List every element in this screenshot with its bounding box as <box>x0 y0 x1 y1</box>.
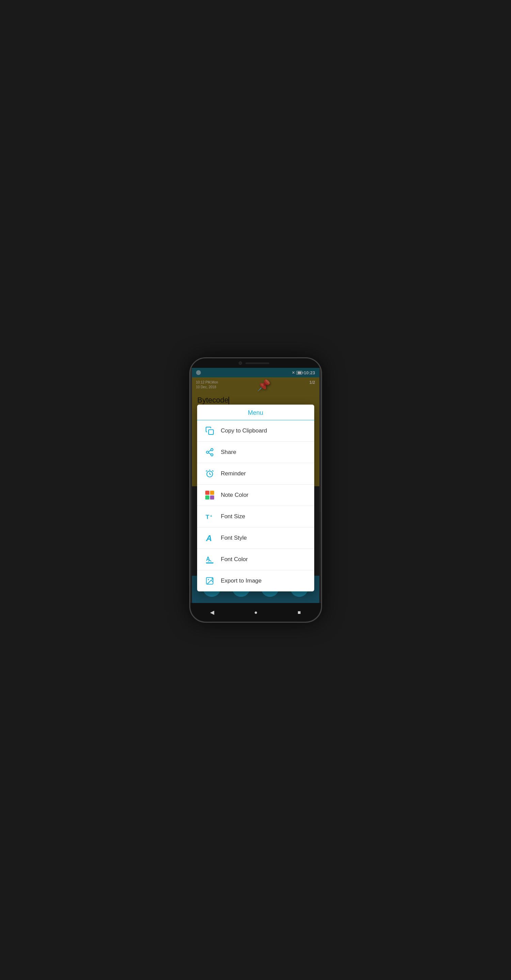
home-button[interactable]: ● <box>254 609 258 616</box>
menu-label-font-color: Font Color <box>221 556 248 563</box>
menu-title-row: Menu <box>197 404 314 420</box>
share-icon <box>204 447 215 458</box>
menu-label-font-style: Font Style <box>221 535 247 541</box>
copy-icon <box>204 425 215 437</box>
svg-rect-16 <box>206 563 213 563</box>
camera-dot <box>239 361 242 365</box>
menu-label-export: Export to Image <box>221 578 262 584</box>
font-style-icon: A <box>204 532 215 544</box>
menu-label-note-color: Note Color <box>221 492 248 498</box>
menu-label-copy: Copy to Clipboard <box>221 427 267 434</box>
svg-rect-0 <box>209 430 213 434</box>
svg-text:A: A <box>205 533 212 542</box>
svg-rect-9 <box>210 491 214 495</box>
speaker-slot <box>245 363 269 364</box>
menu-item-share[interactable]: Share <box>197 442 314 463</box>
menu-item-note-color[interactable]: Note Color <box>197 485 314 506</box>
phone-frame: ✕ 10:23 10:12 PM,Mon 10 Dec, 2018 📌 1/2 … <box>189 357 322 623</box>
menu-label-font-size: Font Size <box>221 513 245 520</box>
phone-top-bar <box>190 358 321 368</box>
export-image-icon <box>204 575 215 587</box>
svg-point-1 <box>211 449 213 451</box>
font-color-icon: A <box>204 554 215 565</box>
back-button[interactable]: ◀ <box>210 609 214 616</box>
menu-item-font-size[interactable]: T + Font Size <box>197 506 314 527</box>
svg-point-2 <box>206 451 209 453</box>
svg-point-18 <box>208 579 209 580</box>
svg-point-3 <box>211 453 213 456</box>
menu-label-reminder: Reminder <box>221 470 246 477</box>
menu-item-copy[interactable]: Copy to Clipboard <box>197 420 314 442</box>
menu-item-font-style[interactable]: A Font Style <box>197 527 314 549</box>
menu-item-export[interactable]: Export to Image <box>197 570 314 592</box>
menu-item-font-color[interactable]: A Font Color <box>197 549 314 570</box>
menu-title: Menu <box>248 409 263 416</box>
svg-text:T: T <box>205 514 209 520</box>
palette-icon <box>204 489 215 501</box>
menu-item-reminder[interactable]: Reminder <box>197 463 314 485</box>
svg-rect-11 <box>210 495 214 500</box>
svg-rect-10 <box>205 495 209 500</box>
alarm-icon <box>204 468 215 479</box>
svg-line-5 <box>209 450 211 452</box>
font-size-icon: T + <box>204 511 215 522</box>
android-nav-bar: ◀ ● ■ <box>190 603 321 622</box>
menu-label-share: Share <box>221 449 236 456</box>
recent-button[interactable]: ■ <box>298 609 301 616</box>
svg-text:+: + <box>210 514 212 518</box>
menu-dialog: Menu Copy to Clipboard <box>197 404 314 592</box>
phone-screen: ✕ 10:23 10:12 PM,Mon 10 Dec, 2018 📌 1/2 … <box>192 368 319 603</box>
svg-line-4 <box>209 453 211 454</box>
svg-rect-8 <box>205 491 209 495</box>
